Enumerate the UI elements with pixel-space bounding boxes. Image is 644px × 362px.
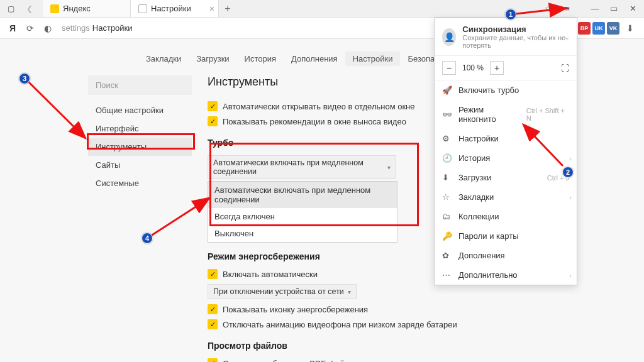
- checkbox-icon: ✓: [208, 269, 218, 279]
- new-tab-button[interactable]: +: [219, 3, 236, 14]
- chevron-down-icon: ⌄: [564, 32, 570, 41]
- tab-yandex[interactable]: Яндекс: [43, 0, 131, 17]
- menu-item-label: Режим инкогнито: [458, 105, 520, 124]
- cb-label: Автоматически открывать видео в отдельно…: [223, 102, 415, 111]
- menu-item-icon: 🚀: [442, 85, 452, 95]
- menu-item-коллекции[interactable]: 🗂Коллекции: [435, 207, 577, 226]
- menu-item-пароли-и-карты[interactable]: 🔑Пароли и карты: [435, 226, 577, 246]
- back-icon[interactable]: ❮: [21, 1, 38, 16]
- menu-item-icon: 👓: [442, 110, 452, 119]
- ext-bp-icon[interactable]: BP: [578, 22, 591, 35]
- zoom-out-button[interactable]: −: [442, 61, 456, 75]
- window-controls: ☆ ≡ — ▭ ✕: [540, 1, 644, 16]
- sidebar-item-tools[interactable]: Инструменты: [88, 138, 192, 156]
- menu-item-закладки[interactable]: ☆Закладки›: [435, 187, 577, 207]
- settings-search[interactable]: Поиск: [88, 75, 192, 95]
- badge-4: 4: [142, 233, 153, 244]
- address-scheme: settings: [62, 23, 90, 33]
- main-menu-button[interactable]: ≡: [558, 1, 576, 16]
- menu-item-label: История: [458, 153, 490, 163]
- menu-item-icon: 🔑: [442, 231, 452, 241]
- main-menu-popup: 👤 Синхронизация Сохраните данные, чтобы …: [434, 18, 577, 285]
- checkbox-icon: ✓: [208, 319, 218, 329]
- sidebar-item-general[interactable]: Общие настройки: [88, 101, 192, 119]
- topnav-history[interactable]: История: [237, 52, 284, 66]
- zoom-in-button[interactable]: +: [490, 61, 504, 75]
- maximize-button[interactable]: ▭: [605, 1, 623, 16]
- cb-label: Открывать в браузере PDF-файлы: [223, 359, 355, 363]
- turbo-mode-dropdown[interactable]: Автоматически включать при медленном сое…: [208, 155, 396, 179]
- topnav-addons[interactable]: Дополнения: [284, 52, 345, 66]
- energy-when-dropdown[interactable]: При отключении устройства от сети: [208, 284, 357, 299]
- menu-item-загрузки[interactable]: ⬇ЗагрузкиCtrl + J: [435, 168, 577, 187]
- menu-item-дополнения[interactable]: ✿Дополнения: [435, 246, 577, 265]
- menu-sync-block[interactable]: 👤 Синхронизация Сохраните данные, чтобы …: [435, 18, 577, 56]
- sync-subtitle: Сохраните данные, чтобы их не потерять: [462, 34, 569, 49]
- badge-3: 3: [19, 73, 30, 84]
- menu-item-label: Дополнительно: [458, 270, 518, 280]
- turbo-option-always[interactable]: Всегда включен: [208, 208, 397, 225]
- menu-item-label: Закладки: [458, 192, 494, 202]
- menu-item-включить-турбо[interactable]: 🚀Включить турбо: [435, 80, 577, 100]
- menu-item-настройки[interactable]: ⚙Настройки: [435, 129, 577, 148]
- menu-item-icon: ⚙: [442, 134, 452, 143]
- menu-item-icon: ⋯: [442, 270, 452, 280]
- cb-energy-icon-row[interactable]: ✓ Показывать иконку энергосбережения: [208, 302, 625, 317]
- avatar-icon: 👤: [442, 28, 456, 46]
- cb-label: Показывать рекомендации в окне выноса ви…: [223, 117, 406, 126]
- menu-item-icon: 🗂: [442, 212, 452, 221]
- topnav-bookmarks[interactable]: Закладки: [138, 52, 189, 66]
- close-window-button[interactable]: ✕: [624, 1, 641, 16]
- cb-energy-video-row[interactable]: ✓ Отключать анимацию видеофона при низко…: [208, 317, 625, 332]
- chevron-right-icon: ›: [569, 194, 572, 201]
- menu-item-дополнительно[interactable]: ⋯Дополнительно›: [435, 265, 577, 285]
- menu-item-label: Включить турбо: [458, 85, 519, 95]
- zoom-controls: − 100 % + ⛶: [435, 56, 577, 80]
- sync-text: Синхронизация Сохраните данные, чтобы их…: [462, 25, 569, 49]
- settings-sidebar: Поиск Общие настройки Интерфейс Инструме…: [88, 75, 192, 192]
- topnav-downloads[interactable]: Загрузки: [189, 52, 236, 66]
- bookmark-icon[interactable]: ☆: [540, 1, 557, 16]
- tab-favicon-icon: [50, 4, 59, 13]
- turbo-option-auto[interactable]: Автоматически включать при медленном сое…: [208, 182, 397, 208]
- tab-title: Яндекс: [63, 4, 91, 13]
- sidebar-toggle-icon[interactable]: ▢: [3, 1, 19, 16]
- badge-2: 2: [562, 167, 574, 178]
- sync-title: Синхронизация: [462, 25, 569, 34]
- checkbox-icon: ✓: [208, 116, 218, 126]
- tab-settings[interactable]: Настройки ×: [131, 0, 219, 17]
- tab-close-icon[interactable]: ×: [209, 4, 214, 14]
- menu-item-icon: ☆: [442, 192, 452, 202]
- site-info-icon[interactable]: ◐: [39, 19, 57, 37]
- yandex-home-icon[interactable]: Я: [4, 19, 21, 37]
- fullscreen-icon[interactable]: ⛶: [561, 63, 569, 73]
- checkbox-icon: ✓: [208, 358, 218, 362]
- sidebar-item-system[interactable]: Системные: [88, 174, 192, 192]
- sidebar-item-interface[interactable]: Интерфейс: [88, 119, 192, 138]
- menu-item-icon: 🕘: [442, 153, 452, 163]
- reload-icon[interactable]: ⟳: [21, 19, 39, 37]
- minimize-button[interactable]: —: [586, 1, 604, 16]
- chevron-right-icon: ›: [569, 155, 572, 162]
- cb-pdf-row[interactable]: ✓ Открывать в браузере PDF-файлы: [208, 356, 625, 362]
- menu-item-label: Настройки: [458, 134, 499, 143]
- turbo-option-off[interactable]: Выключен: [208, 225, 397, 242]
- files-heading: Просмотр файлов: [208, 341, 625, 351]
- menu-item-label: Коллекции: [458, 212, 499, 221]
- menu-item-icon: ✿: [442, 251, 452, 260]
- tab-title: Настройки: [151, 4, 191, 13]
- tab-strip: Яндекс Настройки × +: [43, 0, 236, 17]
- downloads-icon[interactable]: ⬇: [621, 19, 639, 37]
- menu-shortcut: Ctrl + Shift + N: [526, 107, 569, 122]
- menu-item-режим-инкогнито[interactable]: 👓Режим инкогнитоCtrl + Shift + N: [435, 100, 577, 129]
- cb-label: Отключать анимацию видеофона при низком …: [223, 320, 457, 329]
- topnav-settings[interactable]: Настройки: [345, 52, 401, 66]
- menu-item-label: Загрузки: [458, 173, 491, 182]
- sidebar-item-sites[interactable]: Сайты: [88, 156, 192, 174]
- menu-item-история[interactable]: 🕘История›: [435, 148, 577, 168]
- ext-uk-icon[interactable]: UK: [592, 22, 605, 35]
- ext-vk-icon[interactable]: VK: [607, 22, 619, 35]
- checkbox-icon: ✓: [208, 304, 218, 314]
- badge-1: 1: [505, 9, 516, 20]
- menu-item-label: Пароли и карты: [458, 231, 519, 241]
